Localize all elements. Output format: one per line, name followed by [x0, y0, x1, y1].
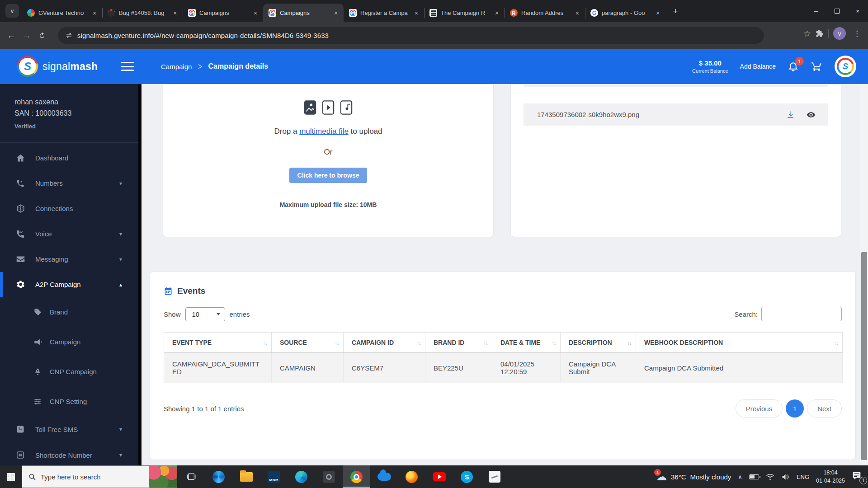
- wifi-icon[interactable]: [766, 473, 774, 480]
- action-center-button[interactable]: 1: [852, 471, 863, 483]
- breadcrumb-campaign[interactable]: Campaign: [161, 63, 192, 70]
- sidebar-item-a2p-campaign[interactable]: A2P Campaign ▴: [0, 272, 138, 297]
- sidebar-item-voice[interactable]: Voice ▾: [0, 221, 138, 247]
- chevron-down-icon: ∨: [10, 8, 14, 14]
- new-tab-button[interactable]: +: [670, 6, 681, 17]
- browser-tab[interactable]: GVenture Techno ×: [22, 4, 102, 22]
- browser-menu-icon[interactable]: ⋮: [850, 29, 863, 38]
- audio-file-icon: [340, 100, 353, 115]
- sidebar-subitem-brand[interactable]: Brand: [0, 297, 138, 327]
- sidebar-subitem-cnp-campaign[interactable]: CNP Campaign: [0, 357, 138, 387]
- sidebar-subitem-cnp-setting[interactable]: CNP Setting: [0, 387, 138, 417]
- multimedia-file-link[interactable]: multimedia file: [299, 127, 349, 136]
- tab-close-icon[interactable]: ×: [90, 9, 99, 17]
- page-number-button[interactable]: 1: [786, 399, 804, 418]
- user-avatar[interactable]: S: [835, 56, 856, 77]
- taskbar-app-skype[interactable]: S: [453, 465, 481, 488]
- sidebar-item-toll-free-sms[interactable]: Toll Free SMS ▾: [0, 417, 138, 442]
- taskbar-app-youtube[interactable]: [425, 465, 453, 488]
- taskbar-search[interactable]: Type here to search: [22, 465, 177, 488]
- page-size-select[interactable]: 10: [185, 307, 225, 321]
- browser-profile-avatar[interactable]: V: [833, 27, 846, 40]
- column-header-brand-id[interactable]: BRAND ID↑↓: [425, 333, 492, 353]
- task-view-button[interactable]: [177, 465, 205, 488]
- window-close-button[interactable]: ×: [847, 0, 868, 22]
- next-page-button[interactable]: Next: [807, 399, 842, 418]
- events-search-input[interactable]: [761, 307, 842, 321]
- taskbar-app-file-explorer[interactable]: [232, 465, 260, 488]
- volume-icon[interactable]: [781, 473, 790, 481]
- column-header-campaign-id[interactable]: CAMPAIGN ID↑↓: [344, 333, 425, 353]
- tab-close-icon[interactable]: ×: [171, 9, 179, 17]
- download-icon[interactable]: [786, 110, 795, 119]
- taskbar-clock[interactable]: 18:04 01-04-2025: [816, 469, 845, 485]
- sidebar-subitem-campaign[interactable]: Campaign: [0, 327, 138, 357]
- site-info-icon[interactable]: [65, 32, 73, 39]
- page-scrollbar[interactable]: [860, 84, 868, 465]
- window-minimize-button[interactable]: ─: [806, 0, 826, 22]
- taskbar-app-whiteboard[interactable]: [481, 465, 508, 488]
- sidebar-toggle-icon[interactable]: [121, 62, 134, 71]
- browser-tab[interactable]: Bug #14058: Bug ×: [102, 4, 183, 22]
- column-header-date-time[interactable]: DATE & TIME↑↓: [492, 333, 561, 353]
- column-header-event-type[interactable]: EVENT TYPE↑↓: [164, 333, 272, 353]
- address-bar[interactable]: signalmash.gventure.info/#/new-campaign/…: [58, 27, 764, 44]
- taskbar-weather[interactable]: ☁1 36°C Mostly cloudy: [656, 471, 731, 482]
- scrollbar-thumb[interactable]: [861, 252, 867, 460]
- tab-close-icon[interactable]: ×: [573, 9, 581, 17]
- sidebar-item-connections[interactable]: Connections: [0, 196, 138, 221]
- battery-icon[interactable]: [749, 474, 759, 479]
- tab-close-icon[interactable]: ×: [493, 9, 501, 17]
- browser-tab[interactable]: Campaigns ×: [183, 4, 263, 22]
- taskbar-app-pinwheel[interactable]: [205, 465, 232, 488]
- folder-icon: [240, 472, 253, 482]
- column-header-description[interactable]: DESCRIPTION↑↓: [561, 333, 636, 353]
- sidebar-scrollbar[interactable]: [138, 84, 142, 465]
- sidebar-item-numbers[interactable]: Numbers ▾: [0, 171, 138, 196]
- sidebar-item-label: Toll Free SMS: [35, 426, 78, 433]
- taskbar-app-camera[interactable]: [315, 465, 343, 488]
- extensions-icon[interactable]: [816, 29, 824, 38]
- column-header-webhook-description[interactable]: WEBHOOK DESCRIPTION↑↓: [636, 333, 843, 353]
- bookmark-star-icon[interactable]: ☆: [803, 28, 811, 39]
- previous-page-button[interactable]: Previous: [736, 399, 783, 418]
- random-address-favicon-icon: R: [510, 9, 518, 17]
- tab-close-icon[interactable]: ×: [332, 9, 340, 17]
- sidebar-item-label: A2P Campaign: [35, 281, 81, 288]
- taskbar-app-m365[interactable]: M365: [260, 465, 288, 488]
- browser-tab[interactable]: G paragraph - Goo ×: [585, 4, 665, 22]
- forward-button[interactable]: →: [19, 28, 34, 43]
- search-label: Search:: [734, 310, 758, 318]
- browser-tab-active[interactable]: Campaigns ×: [263, 4, 344, 22]
- notifications-button[interactable]: 1: [788, 61, 799, 72]
- browser-tab[interactable]: The Campaign R ×: [424, 4, 505, 22]
- taskbar-app-onedrive[interactable]: [370, 465, 398, 488]
- browse-button[interactable]: Click here to browse: [289, 168, 368, 183]
- preview-eye-icon[interactable]: [807, 110, 816, 119]
- taskbar-app-chrome[interactable]: [343, 465, 370, 488]
- tab-close-icon[interactable]: ×: [251, 9, 259, 17]
- taskbar-app-firefox[interactable]: [398, 465, 425, 488]
- tray-expand-icon[interactable]: ∧: [738, 474, 742, 480]
- language-indicator[interactable]: ENG: [797, 474, 809, 480]
- back-button[interactable]: ←: [4, 28, 19, 43]
- m365-icon: M365: [268, 471, 280, 483]
- window-maximize-button[interactable]: [826, 0, 847, 22]
- column-header-source[interactable]: SOURCE↑↓: [272, 333, 344, 353]
- start-button[interactable]: [0, 465, 22, 488]
- tab-close-icon[interactable]: ×: [412, 9, 420, 17]
- browser-tab[interactable]: Register a Campa ×: [344, 4, 424, 22]
- tab-search-button[interactable]: ∨: [5, 4, 19, 18]
- sidebar-item-dashboard[interactable]: Dashboard: [0, 145, 138, 171]
- search-highlight-image[interactable]: [149, 466, 177, 488]
- taskbar-app-edge[interactable]: [288, 465, 315, 488]
- cart-button[interactable]: [811, 61, 823, 72]
- browser-tab[interactable]: R Random Addres ×: [505, 4, 585, 22]
- add-balance-button[interactable]: Add Balance: [740, 63, 776, 70]
- tab-close-icon[interactable]: ×: [654, 9, 662, 17]
- sidebar-item-shortcode-number[interactable]: Shortcode Number ▾: [0, 442, 138, 465]
- signalmash-logo[interactable]: signalmash: [17, 56, 118, 77]
- sidebar-item-messaging[interactable]: Messaging ▾: [0, 247, 138, 272]
- reload-button[interactable]: [34, 28, 50, 43]
- weather-temp: 36°C: [671, 473, 686, 481]
